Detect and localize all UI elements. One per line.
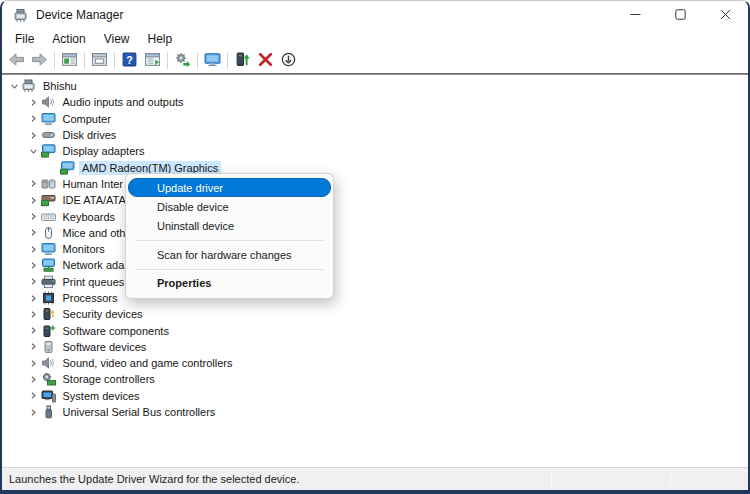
title-bar: Device Manager [2, 1, 748, 29]
chevron-down-icon[interactable] [7, 79, 21, 93]
keyboard-icon [41, 210, 56, 224]
speaker-icon [41, 356, 56, 370]
tree-item-storage-controllers[interactable]: Storage controllers [2, 371, 748, 387]
tree-item-label[interactable]: Mice and oth [60, 226, 129, 240]
tree-item-monitors[interactable]: Monitors [2, 241, 748, 257]
storage-icon [41, 372, 56, 386]
toolbar-separator [197, 52, 198, 69]
chevron-right-icon[interactable] [27, 275, 41, 289]
disk-icon [41, 128, 56, 142]
device-tree: BhishuAudio inputs and outputsComputerDi… [2, 76, 748, 420]
chevron-right-icon[interactable] [27, 242, 41, 256]
tree-item-software-components[interactable]: Software components [2, 322, 748, 338]
menu-file[interactable]: File [6, 31, 43, 47]
chevron-right-icon[interactable] [27, 307, 41, 321]
chevron-right-icon[interactable] [27, 112, 41, 126]
status-text: Launches the Update Driver Wizard for th… [9, 473, 299, 485]
tree-item-network-ada[interactable]: Network ada [2, 257, 748, 273]
tree-item-label[interactable]: Bhishu [40, 79, 80, 93]
tree-item-sound-video-and-game-controllers[interactable]: Sound, video and game controllers [2, 355, 748, 371]
tree-item-label[interactable]: IDE ATA/ATA [60, 193, 129, 207]
tree-item-print-queues[interactable]: Print queues [2, 274, 748, 290]
menu-view[interactable]: View [95, 31, 139, 47]
tree-item-display-adapters[interactable]: Display adapters [2, 143, 748, 159]
back-button[interactable] [5, 50, 28, 72]
tree-item-system-devices[interactable]: System devices [2, 388, 748, 404]
tree-item-disk-drives[interactable]: Disk drives [2, 127, 748, 143]
tree-item-computer[interactable]: Computer [2, 111, 748, 127]
tree-item-label[interactable]: Human Inter [60, 177, 127, 191]
tree-item-label[interactable]: Computer [60, 112, 114, 126]
tree-item-label[interactable]: Disk drives [60, 128, 120, 142]
tree-item-bhishu[interactable]: Bhishu [2, 78, 748, 94]
chevron-right-icon[interactable] [27, 324, 41, 338]
tree-item-label[interactable]: Keyboards [60, 210, 119, 224]
tree-item-label[interactable]: Software devices [60, 340, 150, 354]
chevron-right-icon[interactable] [27, 372, 41, 386]
tree-item-mice-and-oth[interactable]: Mice and oth [2, 225, 748, 241]
chevron-down-icon[interactable] [27, 144, 41, 158]
tree-item-label[interactable]: Universal Serial Bus controllers [60, 405, 219, 419]
forward-button[interactable] [28, 50, 51, 72]
context-menu-item-disable-device[interactable]: Disable device [129, 197, 330, 216]
disable-device-button[interactable] [277, 50, 300, 72]
help-icon: ? [121, 51, 138, 71]
show-console-tree-button[interactable] [58, 50, 81, 72]
tree-item-amd-radeon-tm-graphics[interactable]: AMD Radeon(TM) Graphics [2, 159, 748, 175]
chevron-right-icon[interactable] [27, 389, 41, 403]
chevron-right-icon[interactable] [27, 405, 41, 419]
tree-item-processors[interactable]: Processors [2, 290, 748, 306]
chevron-right-icon[interactable] [27, 128, 41, 142]
scan-hardware-changes-button[interactable] [171, 50, 194, 72]
export-list-button[interactable] [141, 50, 164, 72]
toolbar-separator [84, 52, 85, 69]
tree-item-software-devices[interactable]: Software devices [2, 339, 748, 355]
chevron-right-icon[interactable] [27, 356, 41, 370]
chevron-right-icon[interactable] [27, 193, 41, 207]
chevron-right-icon[interactable] [27, 177, 41, 191]
tree-item-label[interactable]: Storage controllers [60, 372, 158, 386]
menu-help[interactable]: Help [139, 31, 182, 47]
devices-view-button[interactable] [201, 50, 224, 72]
tree-item-label[interactable]: Print queues [60, 275, 128, 289]
tree-item-ide-ata-ata[interactable]: IDE ATA/ATA [2, 192, 748, 208]
tree-item-label[interactable]: Display adapters [60, 144, 148, 158]
uninstall-device-button[interactable] [254, 50, 277, 72]
context-menu-item-properties[interactable]: Properties [129, 274, 330, 293]
menu-action[interactable]: Action [43, 31, 94, 47]
tree-item-human-inter[interactable]: Human Inter [2, 176, 748, 192]
update-driver-button[interactable] [231, 50, 254, 72]
tree-item-security-devices[interactable]: Security devices [2, 306, 748, 322]
chevron-right-icon[interactable] [27, 210, 41, 224]
security-icon [41, 307, 56, 321]
maximize-button[interactable] [658, 1, 703, 29]
minimize-button[interactable] [613, 1, 658, 29]
close-button[interactable] [703, 1, 748, 29]
tree-item-universal-serial-bus-controllers[interactable]: Universal Serial Bus controllers [2, 404, 748, 420]
tree-item-audio-inputs-and-outputs[interactable]: Audio inputs and outputs [2, 94, 748, 110]
tree-item-label[interactable]: Network ada [60, 258, 128, 272]
context-menu-item-update-driver[interactable]: Update driver [128, 178, 331, 197]
tree-item-keyboards[interactable]: Keyboards [2, 208, 748, 224]
properties-window-icon [91, 51, 108, 71]
context-menu-item-uninstall-device[interactable]: Uninstall device [129, 217, 330, 236]
tree-item-label[interactable]: System devices [60, 389, 143, 403]
chevron-right-icon[interactable] [27, 226, 41, 240]
help-button[interactable]: ? [118, 50, 141, 72]
mouse-icon [41, 226, 56, 240]
chevron-right-icon[interactable] [27, 291, 41, 305]
properties-window-button[interactable] [88, 50, 111, 72]
tree-item-label[interactable]: Processors [60, 291, 121, 305]
tree-item-label[interactable]: Monitors [60, 242, 108, 256]
tree-item-label[interactable]: Sound, video and game controllers [60, 356, 236, 370]
system-icon [41, 389, 56, 403]
tree-item-label[interactable]: Security devices [60, 307, 146, 321]
context-menu-item-scan-for-hardware-changes[interactable]: Scan for hardware changes [129, 245, 330, 264]
tree-item-label[interactable]: Software components [60, 324, 172, 338]
chevron-right-icon[interactable] [27, 95, 41, 109]
menu-bar: File Action View Help [2, 29, 748, 48]
chevron-right-icon[interactable] [27, 340, 41, 354]
tree-item-label[interactable]: Audio inputs and outputs [60, 95, 187, 109]
chevron-right-icon[interactable] [27, 258, 41, 272]
monitor-icon [41, 112, 56, 126]
